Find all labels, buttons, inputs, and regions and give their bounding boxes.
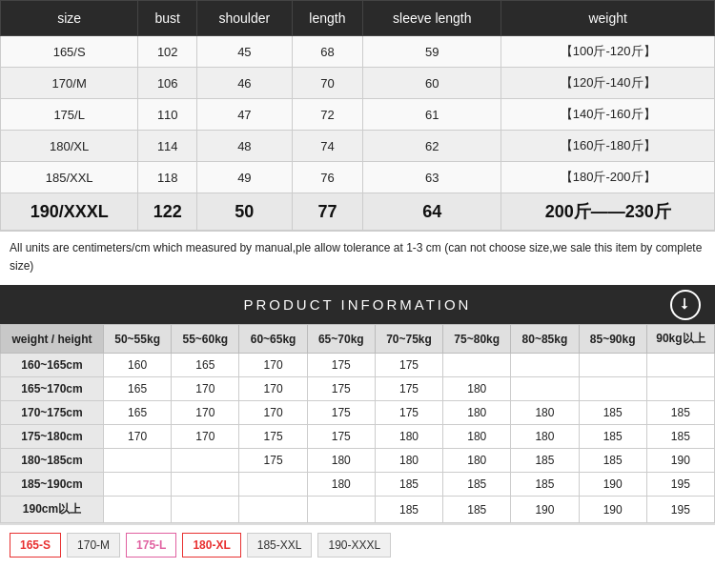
size-table-cell: 165/S (1, 36, 138, 68)
size-table-wrapper: sizebustshoulderlengthsleeve lengthweigh… (0, 0, 715, 231)
guide-val-cell: 180 (443, 449, 511, 473)
guide-height-cell: 175~180cm (1, 425, 104, 449)
guide-val-cell: 185 (579, 449, 646, 473)
size-selector-button[interactable]: 165-S (10, 533, 61, 558)
guide-val-cell: 185 (579, 425, 646, 449)
guide-val-cell: 160 (104, 354, 172, 377)
size-table-header-cell: weight (501, 1, 715, 36)
size-table-cell: 49 (197, 162, 292, 193)
chevron-down-icon[interactable]: ➞ (670, 290, 701, 320)
guide-val-cell: 185 (511, 473, 579, 497)
size-table-cell: 50 (197, 193, 292, 231)
size-table-cell: 74 (292, 131, 363, 162)
size-table-cell: 62 (363, 131, 501, 162)
guide-val-cell: 180 (443, 377, 511, 401)
guide-val-cell: 190 (579, 497, 646, 523)
guide-val-cell: 190 (646, 449, 714, 473)
size-table-row: 185/XXL118497663【180斤-200斤】 (1, 162, 715, 193)
size-table-cell: 76 (292, 162, 363, 193)
guide-table-row: 190cm以上185185190190195 (1, 497, 715, 523)
size-table-cell: 45 (197, 36, 292, 68)
size-table-cell: 60 (363, 68, 501, 99)
guide-val-cell (104, 497, 172, 523)
guide-height-cell: 160~165cm (1, 354, 104, 377)
guide-val-cell: 165 (104, 401, 172, 425)
guide-val-cell: 185 (443, 497, 511, 523)
guide-table-row: 165~170cm165170170175175180 (1, 377, 715, 401)
guide-val-cell (646, 354, 714, 377)
guide-val-cell (239, 497, 307, 523)
guide-header-cell: 70~75kg (375, 325, 442, 354)
guide-table: weight / height50~55kg55~60kg60~65kg65~7… (0, 324, 715, 523)
size-table-cell: 63 (363, 162, 501, 193)
guide-val-cell (443, 354, 511, 377)
size-table-header-cell: length (292, 1, 363, 36)
size-table-cell: 【120斤-140斤】 (501, 68, 715, 99)
guide-val-cell (511, 354, 579, 377)
size-selector-button[interactable]: 190-XXXL (317, 533, 391, 558)
size-table-row: 180/XL114487462【160斤-180斤】 (1, 131, 715, 162)
product-info-label: PRODUCT INFORMATION (244, 296, 472, 313)
guide-val-cell: 190 (511, 497, 579, 523)
guide-val-cell: 175 (307, 425, 375, 449)
size-selector-button[interactable]: 180-XL (182, 533, 240, 558)
guide-val-cell: 165 (172, 354, 239, 377)
size-table-cell: 64 (363, 193, 501, 231)
size-table-cell: 【140斤-160斤】 (501, 99, 715, 131)
guide-header-cell: 90kg以上 (646, 325, 714, 354)
guide-val-cell: 175 (375, 377, 442, 401)
guide-header-cell: 75~80kg (443, 325, 511, 354)
guide-table-row: 170~175cm165170170175175180180185185 (1, 401, 715, 425)
guide-val-cell: 170 (239, 354, 307, 377)
guide-val-cell (511, 377, 579, 401)
guide-header-cell: 55~60kg (172, 325, 239, 354)
guide-val-cell: 180 (307, 449, 375, 473)
guide-table-body: 160~165cm160165170175175165~170cm1651701… (1, 354, 715, 523)
size-table-cell: 118 (138, 162, 197, 193)
guide-val-cell: 175 (307, 401, 375, 425)
size-table-cell: 114 (138, 131, 197, 162)
guide-val-cell: 175 (239, 449, 307, 473)
size-selector-row: 165-S170-M175-L180-XL185-XXL190-XXXL (0, 523, 715, 565)
guide-val-cell: 185 (375, 497, 442, 523)
guide-header-cell: 50~55kg (104, 325, 172, 354)
size-table-cell: 70 (292, 68, 363, 99)
guide-val-cell: 170 (172, 401, 239, 425)
guide-val-cell: 195 (646, 473, 714, 497)
guide-table-row: 180~185cm175180180180185185190 (1, 449, 715, 473)
guide-val-cell: 185 (511, 449, 579, 473)
guide-height-cell: 190cm以上 (1, 497, 104, 523)
guide-table-row: 160~165cm160165170175175 (1, 354, 715, 377)
guide-table-row: 185~190cm180185185185190195 (1, 473, 715, 497)
guide-val-cell: 175 (307, 354, 375, 377)
guide-header-cell: 65~70kg (307, 325, 375, 354)
guide-val-cell (239, 473, 307, 497)
guide-val-cell: 185 (646, 425, 714, 449)
size-table: sizebustshoulderlengthsleeve lengthweigh… (0, 0, 715, 231)
size-table-cell: 72 (292, 99, 363, 131)
guide-height-cell: 165~170cm (1, 377, 104, 401)
guide-height-cell: 170~175cm (1, 401, 104, 425)
size-selector-button[interactable]: 170-M (67, 533, 120, 558)
size-table-row: 190/XXXL122507764200斤——230斤 (1, 193, 715, 231)
guide-val-cell: 185 (375, 473, 442, 497)
size-table-row: 175/L110477261【140斤-160斤】 (1, 99, 715, 131)
size-selector-button[interactable]: 175-L (126, 533, 176, 558)
note-section: All units are centimeters/cm which measu… (0, 231, 715, 285)
size-selector-button[interactable]: 185-XXL (247, 533, 313, 558)
size-table-cell: 175/L (1, 99, 138, 131)
guide-table-row: 175~180cm170170175175180180180185185 (1, 425, 715, 449)
size-table-cell: 106 (138, 68, 197, 99)
note-text: All units are centimeters/cm which measu… (10, 241, 702, 273)
size-table-cell: 59 (363, 36, 501, 68)
guide-val-cell: 170 (172, 377, 239, 401)
size-table-header-cell: size (1, 1, 138, 36)
size-table-cell: 200斤——230斤 (501, 193, 715, 231)
guide-val-cell: 180 (443, 401, 511, 425)
guide-val-cell (104, 473, 172, 497)
guide-val-cell: 170 (104, 425, 172, 449)
size-table-cell: 122 (138, 193, 197, 231)
guide-height-cell: 180~185cm (1, 449, 104, 473)
guide-val-cell (172, 473, 239, 497)
size-table-cell: 48 (197, 131, 292, 162)
